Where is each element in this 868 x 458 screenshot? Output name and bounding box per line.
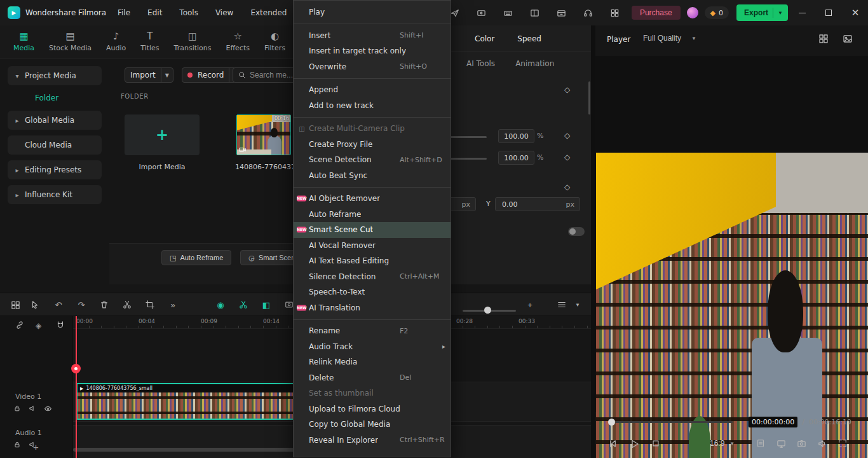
aspect-ratio-selector[interactable]: 16:9 ▼ <box>710 439 735 448</box>
menu-item-insert-in-target-track-only[interactable]: Insert in target track only <box>294 43 451 59</box>
tab-color[interactable]: Color <box>475 34 494 43</box>
close-button[interactable]: ✕ <box>843 0 868 25</box>
menu-item-copy-to-global-media[interactable]: Copy to Global Media <box>294 417 451 433</box>
button-auto-reframe[interactable]: ◳Auto Reframe <box>161 250 231 265</box>
display-icon[interactable] <box>776 439 786 448</box>
visibility-eye-icon[interactable] <box>44 405 52 413</box>
menu-item-overwrite[interactable]: OverwriteShift+O <box>294 59 451 75</box>
user-avatar[interactable] <box>687 7 698 18</box>
playhead-pin[interactable] <box>71 364 81 373</box>
import-media-tile[interactable]: + <box>125 114 200 155</box>
menubar-extended[interactable]: Extended <box>250 8 287 17</box>
credits-badge[interactable]: ◆ 0 <box>705 6 729 19</box>
sidebar-item-folder[interactable]: Folder <box>8 91 102 105</box>
tab-speed[interactable]: Speed <box>517 34 541 43</box>
menubar-file[interactable]: File <box>118 8 130 17</box>
mute-icon[interactable] <box>29 405 36 412</box>
file-icon[interactable] <box>756 439 765 448</box>
multiview-icon[interactable] <box>818 34 829 44</box>
volume-icon[interactable] <box>817 439 827 448</box>
zoom-in-icon[interactable]: + <box>524 299 536 310</box>
menu-item-ai-vocal-remover[interactable]: AI Vocal Remover <box>294 238 451 254</box>
lock-icon[interactable] <box>13 441 21 448</box>
chevron-down-icon[interactable]: ▼ <box>572 299 583 310</box>
timeline-view-icon[interactable] <box>556 299 567 310</box>
apps-grid-icon[interactable] <box>602 0 628 25</box>
play-button[interactable] <box>630 439 640 449</box>
keyframe-add-icon[interactable]: ◈ <box>36 321 41 330</box>
quality-selector[interactable]: Full Quality ▼ <box>643 34 696 43</box>
menu-item-create-proxy-file[interactable]: Create Proxy File <box>294 137 451 153</box>
timeline-clip[interactable]: ▶ 140806-776043756_small <box>76 383 308 420</box>
menu-item-add-to-new-track[interactable]: Add to new track <box>294 98 451 114</box>
menubar-view[interactable]: View <box>215 8 233 17</box>
marker-icon[interactable]: ◉ <box>215 299 226 310</box>
split-scissors-icon[interactable] <box>121 299 133 310</box>
menu-item-delete[interactable]: DeleteDel <box>294 370 451 386</box>
tab-audio[interactable]: ♪Audio <box>102 27 130 57</box>
tab-transitions[interactable]: ◫Transitions <box>170 27 216 57</box>
lock-icon[interactable] <box>13 405 21 412</box>
tab-stock-media[interactable]: ▤Stock Media <box>44 27 96 57</box>
select-tool-icon[interactable] <box>29 299 41 310</box>
tab-effects[interactable]: ☆Effects <box>222 27 254 57</box>
tab-media[interactable]: ▦Media <box>9 27 39 57</box>
tab-filters[interactable]: ◐Filters <box>260 27 290 57</box>
menu-item-speech-to-text[interactable]: Speech-to-Text <box>294 284 451 300</box>
screencast-icon[interactable] <box>469 0 494 25</box>
keyboard-icon[interactable] <box>496 0 521 25</box>
menubar-edit[interactable]: Edit <box>147 8 162 17</box>
sidebar-item-influence-kit[interactable]: ▸Influence Kit <box>8 185 102 204</box>
toggle-switch[interactable] <box>568 227 585 236</box>
track-layout-icon[interactable] <box>10 299 21 310</box>
zoom-slider-handle[interactable] <box>484 307 491 314</box>
keyframe-icon[interactable]: ◇ <box>564 85 570 94</box>
archive-icon[interactable] <box>549 0 574 25</box>
export-button[interactable]: Export ▼ <box>736 4 788 21</box>
menu-item-smart-scene-cut[interactable]: NEWSmart Scene Cut <box>294 222 451 238</box>
sidebar-item-editing-presets[interactable]: ▸Editing Presets <box>8 160 102 179</box>
keyframe-tool-icon[interactable]: ◧ <box>261 299 272 310</box>
maximize-button[interactable] <box>816 0 841 25</box>
add-track-button[interactable]: + <box>33 441 39 452</box>
layout-icon[interactable] <box>522 0 548 25</box>
delete-icon[interactable] <box>98 299 110 310</box>
minimize-button[interactable] <box>789 0 815 25</box>
crop-icon[interactable] <box>144 299 156 310</box>
y-value-input[interactable]: 0.00 px <box>495 197 580 211</box>
import-button[interactable]: Import ▼ <box>125 67 173 83</box>
purchase-button[interactable]: Purchase <box>632 6 681 20</box>
tab-titles[interactable]: TTitles <box>136 27 163 57</box>
sidebar-item-cloud-media[interactable]: Cloud Media <box>8 135 102 155</box>
menu-item-audio-track[interactable]: Audio Track▸ <box>294 339 451 355</box>
tab-ai-tools[interactable]: AI Tools <box>466 59 495 68</box>
menubar-tools[interactable]: Tools <box>179 8 198 17</box>
menu-item-ai-translation[interactable]: NEWAI Translation <box>294 300 451 316</box>
stop-button[interactable] <box>651 439 660 448</box>
menu-item-ai-object-remover[interactable]: NEWAI Object Remover <box>294 191 451 207</box>
media-clip-thumbnail[interactable]: 00:16 <box>236 114 291 155</box>
keyframe-icon[interactable]: ◇ <box>564 183 570 191</box>
seek-handle[interactable] <box>608 419 615 426</box>
link-icon[interactable] <box>15 321 24 330</box>
smart-cut-icon[interactable] <box>238 299 249 310</box>
scrollbar[interactable] <box>588 81 590 114</box>
playhead[interactable] <box>76 316 77 458</box>
more-tools-icon[interactable]: » <box>167 299 179 310</box>
sidebar-item-project-media[interactable]: ▾Project Media <box>8 66 102 85</box>
menu-item-rename[interactable]: RenameF2 <box>294 323 451 339</box>
magnet-icon[interactable] <box>56 321 65 330</box>
value-input[interactable]: 100.00 <box>498 129 534 143</box>
support-headset-icon[interactable] <box>576 0 601 25</box>
image-icon[interactable] <box>843 34 853 44</box>
value-input[interactable]: 100.00 <box>498 151 534 165</box>
menu-item-scene-detection[interactable]: Scene DetectionAlt+Shift+D <box>294 152 451 168</box>
sidebar-item-global-media[interactable]: ▸Global Media <box>8 111 102 130</box>
snapshot-camera-icon[interactable] <box>797 439 806 448</box>
fullscreen-icon[interactable] <box>838 439 847 448</box>
redo-icon[interactable]: ↷ <box>76 299 87 310</box>
tab-animation[interactable]: Animation <box>515 59 554 68</box>
menu-item-reveal-in-explorer[interactable]: Reveal In ExplorerCtrl+Shift+R <box>294 433 451 448</box>
menu-item-append[interactable]: Append <box>294 82 451 98</box>
seek-bar[interactable] <box>615 421 733 423</box>
